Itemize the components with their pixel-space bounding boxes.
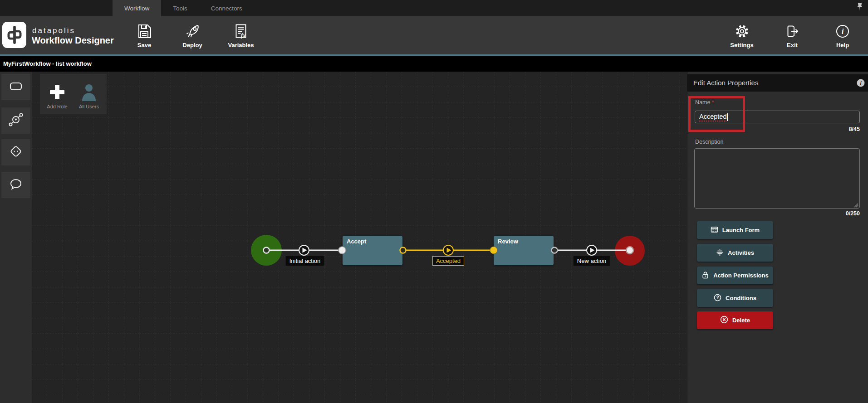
- brand-company: datapolis: [32, 26, 75, 35]
- add-role-button[interactable]: Add Role: [41, 78, 73, 109]
- activities-sliders-icon: [716, 248, 724, 257]
- end-node[interactable]: [615, 236, 645, 266]
- start-node[interactable]: [251, 235, 282, 266]
- action-connector-icon: [8, 112, 24, 129]
- breadcrumb: MyFirstWorkflow - list workflow: [0, 56, 868, 72]
- workflow-designer-app: Workflow Tools Connectors datapolis Work…: [0, 0, 868, 403]
- tab-connectors[interactable]: Connectors: [199, 0, 254, 16]
- node-review[interactable]: Review: [494, 236, 554, 265]
- edge-label-new-action[interactable]: New action: [574, 256, 610, 266]
- svg-text:i: i: [842, 27, 844, 36]
- panel-info-icon[interactable]: i: [856, 78, 865, 87]
- cross-circle-icon: [720, 316, 728, 325]
- conditions-button[interactable]: ? Conditions: [697, 289, 773, 307]
- action-permissions-button[interactable]: Action Permissions: [697, 267, 773, 284]
- comment-bubble-icon: [8, 176, 24, 194]
- workflow-canvas[interactable]: Add Role All Users Accept: [32, 72, 687, 403]
- panel-header: Edit Action Properties i: [687, 74, 868, 92]
- pin-icon[interactable]: [856, 2, 863, 13]
- sidebar-item-comment-tool[interactable]: [1, 172, 30, 198]
- node-accept[interactable]: Accept: [343, 236, 402, 265]
- edge-label-accepted[interactable]: Accepted: [432, 256, 464, 266]
- tab-workflow[interactable]: Workflow: [113, 0, 161, 16]
- exit-button[interactable]: Exit: [784, 22, 800, 49]
- text-caret: [727, 113, 728, 121]
- sidebar-item-state-tool[interactable]: [1, 74, 30, 100]
- deploy-rocket-icon: [182, 22, 202, 41]
- svg-text:?: ?: [716, 295, 719, 300]
- settings-gear-icon: [730, 22, 753, 41]
- tab-tools[interactable]: Tools: [161, 0, 199, 16]
- launch-form-button[interactable]: Launch Form: [697, 221, 773, 239]
- gateway-diamond-icon: [8, 144, 24, 161]
- state-rectangle-icon: [9, 79, 23, 95]
- all-users-button[interactable]: All Users: [73, 78, 105, 109]
- sidebar-item-gateway-tool[interactable]: [1, 139, 30, 165]
- main-area: Add Role All Users Accept: [0, 72, 868, 403]
- lock-icon: [701, 271, 709, 280]
- required-asterisk: *: [712, 99, 714, 106]
- variables-icon: fx: [228, 22, 254, 41]
- svg-text:fx: fx: [240, 32, 245, 39]
- panel-title: Edit Action Properties: [687, 74, 868, 92]
- save-icon: [136, 22, 152, 41]
- brand-product: Workflow Designer: [32, 35, 114, 46]
- sidebar-item-action-tool[interactable]: [1, 107, 30, 134]
- name-counter: 8/45: [849, 126, 860, 132]
- tool-sidebar: [0, 72, 32, 403]
- edit-action-properties-panel: Edit Action Properties i Name * Accepted…: [687, 72, 868, 403]
- save-button[interactable]: Save: [136, 22, 152, 49]
- description-textarea[interactable]: [694, 148, 860, 209]
- tab-group: Workflow Tools Connectors: [113, 0, 254, 16]
- svg-text:i: i: [860, 80, 862, 87]
- help-info-icon: i: [834, 22, 851, 41]
- edge-label-initial-action[interactable]: Initial action: [286, 256, 324, 266]
- exit-door-icon: [784, 22, 800, 41]
- name-label: Name *: [695, 99, 714, 106]
- settings-button[interactable]: Settings: [730, 22, 753, 49]
- description-label: Description: [695, 139, 724, 145]
- top-tab-bar: Workflow Tools Connectors: [0, 0, 868, 16]
- variables-button[interactable]: fx Variables: [228, 22, 254, 49]
- help-button[interactable]: i Help: [834, 22, 851, 49]
- form-icon: [711, 226, 718, 235]
- datapolis-logo-icon: [2, 22, 26, 48]
- description-counter: 0/250: [846, 210, 860, 217]
- add-role-plus-icon: [41, 78, 73, 101]
- question-circle-icon: ?: [714, 294, 721, 303]
- all-users-person-icon: [73, 78, 105, 101]
- name-input-value: Accepted: [699, 113, 726, 121]
- delete-button[interactable]: Delete: [697, 311, 773, 329]
- name-input[interactable]: Accepted: [695, 111, 860, 123]
- activities-button[interactable]: Activities: [697, 244, 773, 262]
- deploy-button[interactable]: Deploy: [182, 22, 202, 49]
- app-header: datapolis Workflow Designer Save: [0, 16, 868, 54]
- roles-panel: Add Role All Users: [40, 74, 107, 114]
